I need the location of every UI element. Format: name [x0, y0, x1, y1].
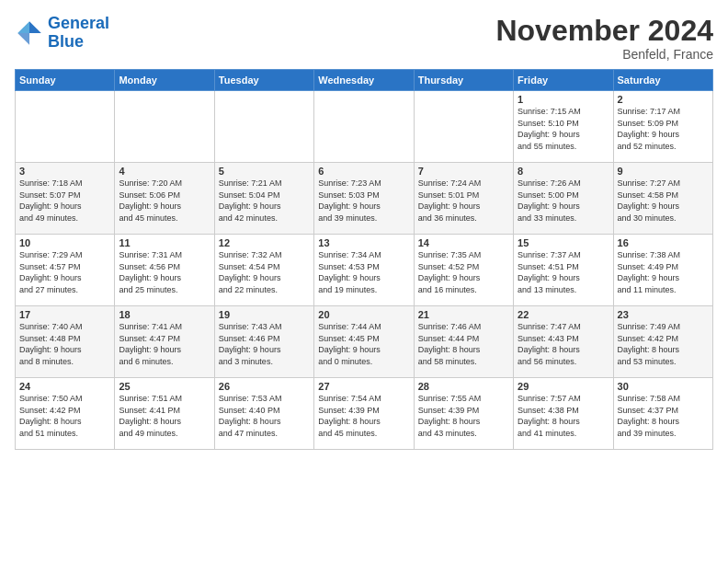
- day-info: Sunrise: 7:37 AM Sunset: 4:51 PM Dayligh…: [518, 249, 609, 295]
- day-info: Sunrise: 7:24 AM Sunset: 5:01 PM Dayligh…: [418, 178, 509, 224]
- day-info: Sunrise: 7:40 AM Sunset: 4:48 PM Dayligh…: [19, 321, 110, 367]
- day-number: 14: [418, 237, 509, 248]
- day-cell: [414, 91, 513, 163]
- day-number: 2: [618, 94, 709, 105]
- day-info: Sunrise: 7:49 AM Sunset: 4:42 PM Dayligh…: [618, 321, 709, 367]
- day-info: Sunrise: 7:23 AM Sunset: 5:03 PM Dayligh…: [318, 178, 409, 224]
- day-cell: 25Sunrise: 7:51 AM Sunset: 4:41 PM Dayli…: [115, 378, 214, 450]
- svg-marker-2: [17, 33, 29, 45]
- day-cell: 29Sunrise: 7:57 AM Sunset: 4:38 PM Dayli…: [514, 378, 613, 450]
- location: Benfeld, France: [495, 47, 713, 62]
- week-row-5: 24Sunrise: 7:50 AM Sunset: 4:42 PM Dayli…: [16, 378, 713, 450]
- day-cell: 21Sunrise: 7:46 AM Sunset: 4:44 PM Dayli…: [414, 306, 513, 378]
- column-header-thursday: Thursday: [414, 70, 513, 91]
- day-info: Sunrise: 7:57 AM Sunset: 4:38 PM Dayligh…: [518, 393, 609, 439]
- day-number: 27: [318, 381, 409, 392]
- day-number: 16: [618, 237, 709, 248]
- column-header-saturday: Saturday: [613, 70, 712, 91]
- day-cell: 12Sunrise: 7:32 AM Sunset: 4:54 PM Dayli…: [214, 235, 313, 306]
- day-info: Sunrise: 7:35 AM Sunset: 4:52 PM Dayligh…: [418, 249, 509, 295]
- day-info: Sunrise: 7:58 AM Sunset: 4:37 PM Dayligh…: [618, 393, 709, 439]
- month-title: November 2024: [495, 15, 713, 47]
- logo-icon: [15, 18, 44, 48]
- day-info: Sunrise: 7:29 AM Sunset: 4:57 PM Dayligh…: [19, 249, 110, 295]
- day-number: 7: [418, 166, 509, 177]
- day-cell: 3Sunrise: 7:18 AM Sunset: 5:07 PM Daylig…: [16, 163, 115, 235]
- day-cell: 22Sunrise: 7:47 AM Sunset: 4:43 PM Dayli…: [514, 306, 613, 378]
- day-number: 18: [119, 309, 210, 320]
- day-cell: 24Sunrise: 7:50 AM Sunset: 4:42 PM Dayli…: [16, 378, 115, 450]
- header-row: SundayMondayTuesdayWednesdayThursdayFrid…: [16, 70, 713, 91]
- day-number: 26: [219, 381, 310, 392]
- day-cell: 6Sunrise: 7:23 AM Sunset: 5:03 PM Daylig…: [314, 163, 414, 235]
- week-row-3: 10Sunrise: 7:29 AM Sunset: 4:57 PM Dayli…: [16, 235, 713, 306]
- day-number: 3: [19, 166, 110, 177]
- day-number: 25: [119, 381, 210, 392]
- day-number: 8: [518, 166, 609, 177]
- day-cell: 11Sunrise: 7:31 AM Sunset: 4:56 PM Dayli…: [115, 235, 214, 306]
- day-number: 11: [119, 237, 210, 248]
- day-info: Sunrise: 7:50 AM Sunset: 4:42 PM Dayligh…: [19, 393, 110, 439]
- day-number: 20: [318, 309, 409, 320]
- day-cell: 8Sunrise: 7:26 AM Sunset: 5:00 PM Daylig…: [514, 163, 613, 235]
- week-row-2: 3Sunrise: 7:18 AM Sunset: 5:07 PM Daylig…: [16, 163, 713, 235]
- day-number: 1: [518, 94, 609, 105]
- day-number: 4: [119, 166, 210, 177]
- day-cell: 1Sunrise: 7:15 AM Sunset: 5:10 PM Daylig…: [514, 91, 613, 163]
- svg-marker-0: [29, 21, 41, 33]
- day-number: 28: [418, 381, 509, 392]
- day-cell: 10Sunrise: 7:29 AM Sunset: 4:57 PM Dayli…: [16, 235, 115, 306]
- day-info: Sunrise: 7:31 AM Sunset: 4:56 PM Dayligh…: [119, 249, 210, 295]
- week-row-4: 17Sunrise: 7:40 AM Sunset: 4:48 PM Dayli…: [16, 306, 713, 378]
- day-info: Sunrise: 7:26 AM Sunset: 5:00 PM Dayligh…: [518, 178, 609, 224]
- title-block: November 2024 Benfeld, France: [495, 15, 713, 62]
- calendar-table: SundayMondayTuesdayWednesdayThursdayFrid…: [15, 69, 713, 450]
- page: General Blue November 2024 Benfeld, Fran…: [0, 0, 728, 563]
- day-number: 29: [518, 381, 609, 392]
- day-cell: 27Sunrise: 7:54 AM Sunset: 4:39 PM Dayli…: [314, 378, 414, 450]
- day-info: Sunrise: 7:32 AM Sunset: 4:54 PM Dayligh…: [219, 249, 310, 295]
- day-number: 6: [318, 166, 409, 177]
- day-cell: 5Sunrise: 7:21 AM Sunset: 5:04 PM Daylig…: [214, 163, 313, 235]
- column-header-friday: Friday: [514, 70, 613, 91]
- day-cell: [115, 91, 214, 163]
- day-number: 30: [618, 381, 709, 392]
- day-info: Sunrise: 7:41 AM Sunset: 4:47 PM Dayligh…: [119, 321, 210, 367]
- day-number: 21: [418, 309, 509, 320]
- day-cell: 30Sunrise: 7:58 AM Sunset: 4:37 PM Dayli…: [613, 378, 712, 450]
- logo-text: General Blue: [48, 15, 109, 52]
- column-header-wednesday: Wednesday: [314, 70, 414, 91]
- week-row-1: 1Sunrise: 7:15 AM Sunset: 5:10 PM Daylig…: [16, 91, 713, 163]
- day-info: Sunrise: 7:15 AM Sunset: 5:10 PM Dayligh…: [518, 106, 609, 152]
- day-cell: 20Sunrise: 7:44 AM Sunset: 4:45 PM Dayli…: [314, 306, 414, 378]
- day-info: Sunrise: 7:21 AM Sunset: 5:04 PM Dayligh…: [219, 178, 310, 224]
- day-cell: 15Sunrise: 7:37 AM Sunset: 4:51 PM Dayli…: [514, 235, 613, 306]
- day-cell: [314, 91, 414, 163]
- day-cell: 9Sunrise: 7:27 AM Sunset: 4:58 PM Daylig…: [613, 163, 712, 235]
- day-cell: 4Sunrise: 7:20 AM Sunset: 5:06 PM Daylig…: [115, 163, 214, 235]
- day-cell: 17Sunrise: 7:40 AM Sunset: 4:48 PM Dayli…: [16, 306, 115, 378]
- day-number: 15: [518, 237, 609, 248]
- day-cell: 28Sunrise: 7:55 AM Sunset: 4:39 PM Dayli…: [414, 378, 513, 450]
- day-cell: 16Sunrise: 7:38 AM Sunset: 4:49 PM Dayli…: [613, 235, 712, 306]
- day-number: 12: [219, 237, 310, 248]
- day-number: 22: [518, 309, 609, 320]
- day-info: Sunrise: 7:27 AM Sunset: 4:58 PM Dayligh…: [618, 178, 709, 224]
- day-info: Sunrise: 7:55 AM Sunset: 4:39 PM Dayligh…: [418, 393, 509, 439]
- day-info: Sunrise: 7:54 AM Sunset: 4:39 PM Dayligh…: [318, 393, 409, 439]
- column-header-monday: Monday: [115, 70, 214, 91]
- day-cell: 2Sunrise: 7:17 AM Sunset: 5:09 PM Daylig…: [613, 91, 712, 163]
- svg-marker-1: [17, 21, 29, 33]
- day-info: Sunrise: 7:18 AM Sunset: 5:07 PM Dayligh…: [19, 178, 110, 224]
- day-cell: 14Sunrise: 7:35 AM Sunset: 4:52 PM Dayli…: [414, 235, 513, 306]
- day-cell: 13Sunrise: 7:34 AM Sunset: 4:53 PM Dayli…: [314, 235, 414, 306]
- day-cell: 23Sunrise: 7:49 AM Sunset: 4:42 PM Dayli…: [613, 306, 712, 378]
- day-cell: [214, 91, 313, 163]
- day-cell: 26Sunrise: 7:53 AM Sunset: 4:40 PM Dayli…: [214, 378, 313, 450]
- day-number: 17: [19, 309, 110, 320]
- column-header-sunday: Sunday: [16, 70, 115, 91]
- day-cell: 7Sunrise: 7:24 AM Sunset: 5:01 PM Daylig…: [414, 163, 513, 235]
- column-header-tuesday: Tuesday: [214, 70, 313, 91]
- day-number: 13: [318, 237, 409, 248]
- day-number: 19: [219, 309, 310, 320]
